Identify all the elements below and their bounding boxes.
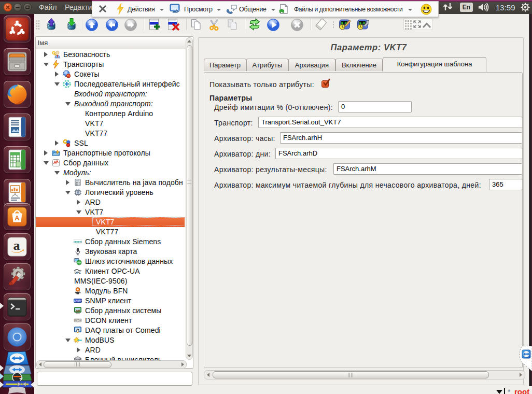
svg-text:SIEMENS: SIEMENS	[74, 241, 82, 243]
svg-text:DCON: DCON	[74, 319, 82, 322]
svg-text:a: a	[13, 238, 20, 253]
svg-text:SNMP: SNMP	[74, 299, 82, 302]
svg-text:A: A	[15, 214, 20, 222]
svg-text:OPC: OPC	[75, 271, 81, 274]
